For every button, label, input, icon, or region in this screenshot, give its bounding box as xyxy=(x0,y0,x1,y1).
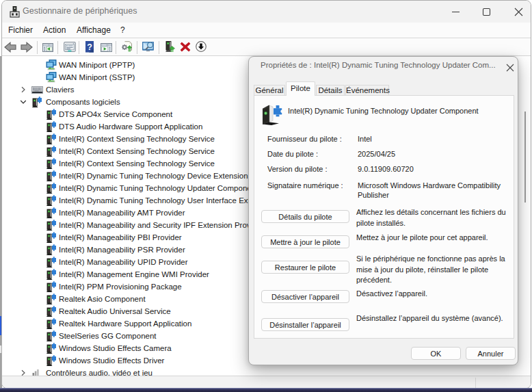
svg-text:?: ? xyxy=(87,42,92,52)
